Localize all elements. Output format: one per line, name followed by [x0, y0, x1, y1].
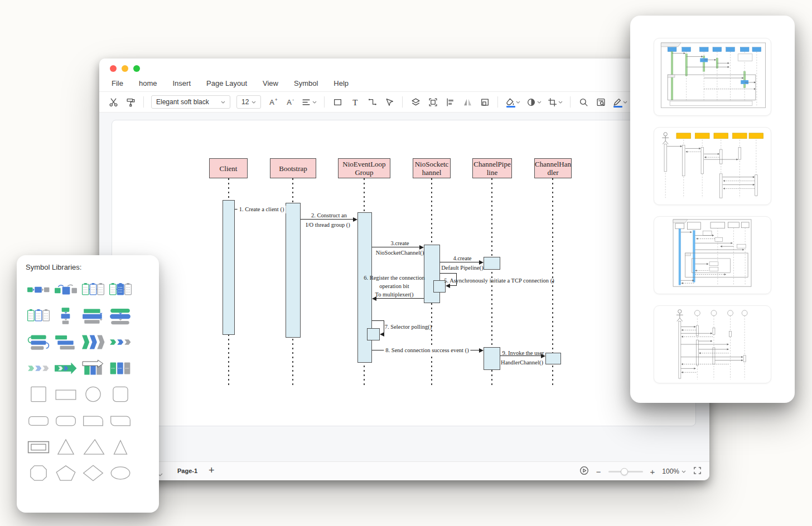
symbol-chevron-arrows-small[interactable]	[107, 329, 134, 355]
find-replace-icon[interactable]	[593, 95, 608, 109]
shape-rectangle-icon[interactable]	[330, 95, 345, 109]
activation-ChannelPipeline[interactable]	[484, 347, 500, 370]
zoom-out-button[interactable]: −	[596, 467, 601, 476]
activation-Bootstrap[interactable]	[286, 203, 301, 338]
shape-triangle[interactable]	[52, 434, 79, 460]
lifeline-header-ChannelHandler[interactable]: ChannelHan dler	[534, 158, 572, 178]
canvas-page[interactable]: ClientBootstrapNioEventLoop GroupNioSock…	[112, 120, 696, 426]
fullscreen-icon[interactable]	[693, 466, 702, 477]
format-painter-icon[interactable]	[123, 95, 138, 109]
message-label[interactable]: Default Pipeline()	[441, 264, 484, 272]
lifeline-header-Client[interactable]: Client	[209, 158, 248, 178]
menu-symbol[interactable]: Symbol	[294, 79, 318, 87]
symbol-columns-with-arrow[interactable]	[107, 355, 134, 381]
message-label[interactable]: operation bit	[379, 283, 409, 290]
message-label[interactable]: 7. Selector polling()	[385, 323, 432, 331]
maximize-button[interactable]	[133, 65, 140, 72]
menu-page-layout[interactable]: Page Layout	[206, 79, 247, 87]
menu-view[interactable]: View	[263, 79, 278, 87]
symbol-arrow-strip[interactable]	[52, 355, 79, 381]
message-label[interactable]: 1. Create a client ()	[238, 206, 286, 213]
shape-rounded-square[interactable]	[107, 381, 134, 407]
message-7-self-top[interactable]	[372, 320, 384, 321]
message-label[interactable]: 2. Construct an	[311, 212, 347, 220]
shape-square[interactable]	[25, 381, 52, 407]
zoom-level-select[interactable]: 100%	[662, 467, 686, 475]
shape-rounded-rectangle-small[interactable]	[25, 407, 52, 434]
font-size-select[interactable]: 12	[236, 95, 261, 109]
shape-circle[interactable]	[79, 381, 107, 407]
shape-card[interactable]	[107, 407, 134, 434]
increase-font-icon[interactable]: A+	[265, 95, 280, 109]
add-page-button[interactable]: +	[209, 465, 215, 476]
fill-color-icon[interactable]	[504, 95, 522, 109]
lifeline-header-Bootstrap[interactable]: Bootstrap	[270, 158, 316, 178]
message-label[interactable]: 9. Invoke the user	[502, 349, 544, 357]
font-select[interactable]: Elegant soft black	[151, 95, 230, 109]
thumbnail-sequence-diagram-blue[interactable]	[654, 38, 771, 116]
activation-Client[interactable]	[223, 200, 235, 335]
symbol-stacked-bars-loop[interactable]	[25, 329, 52, 355]
presentation-play-icon[interactable]	[579, 466, 589, 478]
message-label[interactable]: I/O thread group ()	[306, 221, 350, 229]
text-align-icon[interactable]	[300, 95, 318, 109]
message-label[interactable]: NioSocketChannel()	[376, 249, 424, 257]
activation-ChannelHandler[interactable]	[545, 353, 561, 364]
message-label[interactable]: 3.create	[391, 240, 409, 247]
menu-help[interactable]: Help	[334, 79, 349, 87]
symbol-arrow-over-columns[interactable]	[79, 355, 107, 381]
thumbnail-sequence-diagram-gray[interactable]	[654, 305, 771, 383]
align-icon[interactable]	[443, 95, 457, 109]
group-icon[interactable]	[426, 95, 440, 109]
layers-icon[interactable]	[408, 95, 423, 109]
symbol-task-cards-3-plain[interactable]	[25, 303, 52, 329]
shape-triangle-narrow[interactable]	[107, 434, 134, 460]
thumbnail-sequence-diagram-yellow[interactable]	[654, 127, 771, 205]
symbol-chevron-arrows-light[interactable]	[25, 355, 52, 381]
crop-icon[interactable]	[546, 95, 564, 109]
shape-diamond[interactable]	[79, 460, 107, 486]
message-label[interactable]: 5. Asynchronously initiate a TCP connect…	[444, 277, 554, 285]
zoom-in-button[interactable]: +	[650, 467, 655, 476]
menu-insert[interactable]: Insert	[172, 79, 191, 87]
lifeline-header-NioEventLoopGroup[interactable]: NioEventLoop Group	[338, 158, 390, 178]
symbol-process-flow-3-loop[interactable]	[52, 276, 79, 303]
symbol-stacked-bars-offset[interactable]	[52, 329, 79, 355]
mirror-icon[interactable]	[460, 95, 475, 109]
symbol-stacked-bars-3-rounded[interactable]	[107, 303, 134, 329]
symbol-stacked-bars-3[interactable]	[79, 303, 107, 329]
menu-file[interactable]: File	[112, 79, 123, 87]
symbol-chevron-arrows-large[interactable]	[79, 329, 107, 355]
page-tab[interactable]: Page-1	[177, 467, 197, 474]
close-button[interactable]	[110, 65, 117, 72]
thumbnail-sequence-diagram-blue-tall[interactable]	[654, 216, 771, 294]
cut-icon[interactable]	[106, 95, 120, 109]
lifeline-header-NioSocketchannel[interactable]: NioSocketc hannel	[413, 158, 451, 178]
activation-ChannelPipeline[interactable]	[484, 257, 500, 270]
shape-rectangle[interactable]	[52, 381, 79, 407]
message-5-self-top[interactable]	[440, 273, 457, 274]
menu-home[interactable]: home	[139, 79, 157, 87]
minimize-button[interactable]	[122, 65, 128, 72]
message-label[interactable]: HandlerChannel()	[501, 359, 543, 367]
pointer-icon[interactable]	[382, 95, 397, 109]
zoom-slider[interactable]	[608, 471, 643, 473]
message-label[interactable]: 6. Register the connection	[364, 274, 425, 282]
symbol-vertical-flow-3[interactable]	[52, 303, 79, 329]
message-label[interactable]: 8. Send connection success event ()	[384, 347, 470, 354]
shape-clipped-corner-square[interactable]	[25, 460, 52, 486]
message-label[interactable]: 4.create	[453, 255, 472, 262]
connector-icon[interactable]	[365, 95, 379, 109]
shape-rounded-rectangle[interactable]	[52, 407, 79, 434]
shape-triangle-wide[interactable]	[79, 434, 107, 460]
shape-ellipse[interactable]	[107, 460, 134, 486]
symbol-task-cards-3[interactable]	[79, 276, 107, 303]
shape-pentagon[interactable]	[52, 460, 79, 486]
zoom-slider-handle[interactable]	[621, 468, 628, 475]
lifeline-header-ChannelPipeline[interactable]: ChannelPipe line	[472, 158, 512, 178]
shape-rectangle-rounded-corner[interactable]	[79, 407, 107, 434]
symbol-task-cards-3-linked[interactable]	[107, 276, 134, 303]
activation-NioEventLoopGroup[interactable]	[367, 328, 380, 340]
decrease-font-icon[interactable]: A-	[283, 95, 297, 109]
shadow-icon[interactable]	[525, 95, 543, 109]
